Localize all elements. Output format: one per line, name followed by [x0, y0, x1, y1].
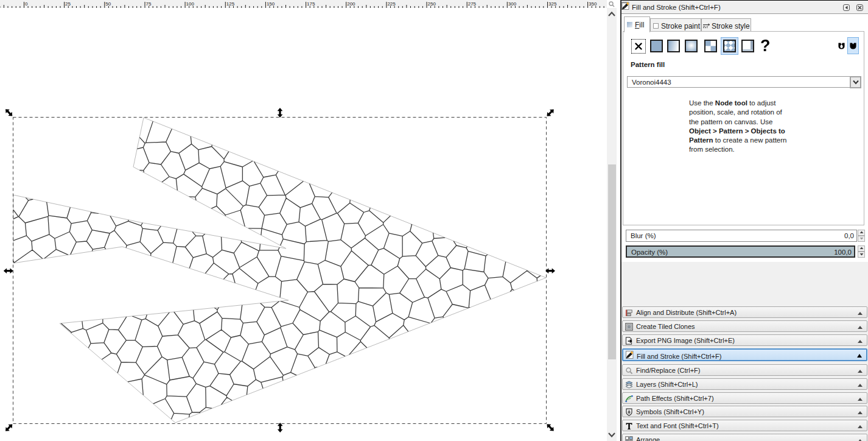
svg-text:50: 50 [105, 1, 111, 7]
svg-text:350: 350 [589, 1, 597, 7]
svg-text:125: 125 [226, 1, 235, 7]
svg-text:0: 0 [25, 1, 28, 7]
svg-text:325: 325 [548, 1, 557, 7]
svg-text:100: 100 [186, 1, 195, 7]
svg-text:225: 225 [387, 1, 396, 7]
svg-text:300: 300 [508, 1, 517, 7]
svg-text:250: 250 [428, 1, 436, 7]
svg-text:150: 150 [267, 1, 275, 7]
svg-text:75: 75 [146, 1, 152, 7]
svg-text:275: 275 [468, 1, 477, 7]
svg-text:175: 175 [307, 1, 315, 7]
svg-text:200: 200 [347, 1, 355, 7]
svg-text:25: 25 [65, 1, 71, 7]
